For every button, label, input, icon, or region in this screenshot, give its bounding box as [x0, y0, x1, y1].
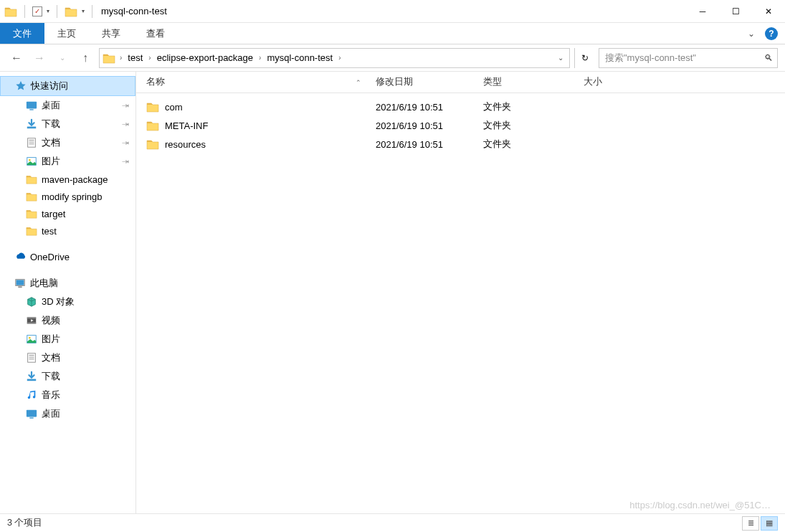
sidebar-item-label: test — [42, 226, 57, 237]
folder-icon — [103, 52, 115, 65]
sidebar-item[interactable]: 音乐 — [0, 386, 135, 404]
file-type: 文件夹 — [483, 100, 584, 113]
sidebar-item[interactable]: 图片 — [0, 330, 135, 348]
up-button[interactable]: ↑ — [76, 49, 95, 67]
ribbon-tabs: 文件 主页 共享 查看 ⌄ ? — [0, 23, 785, 44]
address-bar[interactable]: › test › eclipse-export-package › mysql-… — [99, 48, 570, 68]
file-rows: com 2021/6/19 10:51 文件夹 META-INF 2021/6/… — [136, 93, 785, 513]
sidebar-item-label: 文档 — [42, 136, 60, 149]
pin-icon: 📌︎ — [120, 137, 131, 148]
sidebar-item[interactable]: test — [0, 222, 135, 239]
sidebar-item-label: 图片 — [42, 155, 60, 168]
sidebar-quick-access[interactable]: 快速访问 — [0, 76, 135, 96]
column-header-size[interactable]: 大小 — [584, 76, 655, 88]
column-header-name[interactable]: 名称 ⌃ — [146, 76, 376, 88]
breadcrumb-item[interactable]: mysql-conn-test — [262, 52, 337, 63]
desktop-icon — [26, 100, 37, 111]
folder-icon — [26, 208, 37, 219]
recent-locations-icon[interactable]: ⌄ — [53, 49, 72, 67]
file-row[interactable]: resources 2021/6/19 10:51 文件夹 — [136, 135, 785, 153]
window-title: mysql-conn-test — [101, 6, 167, 16]
view-icons-button[interactable]: ▦ — [761, 516, 778, 531]
sidebar-item[interactable]: 3D 对象 — [0, 293, 135, 311]
address-dropdown-icon[interactable]: ⌄ — [558, 54, 563, 62]
desktop-icon — [26, 408, 37, 419]
sidebar-item-label: 3D 对象 — [42, 295, 75, 308]
file-type: 文件夹 — [483, 119, 584, 132]
pc-icon — [14, 277, 26, 289]
maximize-button[interactable]: ☐ — [719, 0, 752, 23]
file-date: 2021/6/19 10:51 — [376, 139, 483, 150]
qat-checkbox-icon[interactable]: ✓ — [32, 6, 42, 16]
navigation-bar: ← → ⌄ ↑ › test › eclipse-export-package … — [0, 44, 785, 72]
window-controls: ─ ☐ ✕ — [686, 0, 785, 23]
navigation-pane[interactable]: 快速访问 桌面 📌︎ 下载 📌︎ 文档 📌︎ 图片 📌︎ maven-packa… — [0, 72, 136, 513]
sidebar-item[interactable]: modify springb — [0, 188, 135, 205]
sidebar-item-label: target — [42, 209, 65, 219]
sidebar-item[interactable]: 桌面 📌︎ — [0, 96, 135, 115]
search-icon[interactable]: 🔍︎ — [764, 53, 773, 63]
forward-button[interactable]: → — [30, 49, 49, 67]
sidebar-item[interactable]: 文档 📌︎ — [0, 133, 135, 152]
breadcrumb-item[interactable]: test — [123, 52, 147, 63]
qat-dropdown-icon[interactable]: ▾ — [82, 8, 85, 14]
sidebar-label: OneDrive — [30, 252, 70, 262]
back-button[interactable]: ← — [7, 49, 26, 67]
file-row[interactable]: com 2021/6/19 10:51 文件夹 — [136, 98, 785, 116]
file-tab[interactable]: 文件 — [0, 23, 44, 44]
view-details-button[interactable]: ≣ — [742, 516, 759, 531]
chevron-right-icon[interactable]: › — [257, 54, 262, 62]
close-button[interactable]: ✕ — [752, 0, 785, 23]
pin-icon: 📌︎ — [120, 118, 131, 130]
music-icon — [26, 389, 37, 401]
sidebar-item[interactable]: 下载 📌︎ — [0, 115, 135, 133]
quick-access-toolbar: ✓ ▾ ▾ — [0, 5, 95, 18]
watermark: https://blog.csdn.net/wei_@51C… — [629, 500, 771, 510]
search-box[interactable]: 🔍︎ — [599, 48, 778, 68]
file-row[interactable]: META-INF 2021/6/19 10:51 文件夹 — [136, 116, 785, 135]
folder-icon — [26, 191, 37, 202]
qat-dropdown-icon[interactable]: ▾ — [47, 8, 49, 14]
pin-icon: 📌︎ — [120, 100, 131, 111]
folder-icon — [146, 138, 159, 151]
file-name: META-INF — [165, 120, 208, 131]
file-name: com — [165, 102, 183, 113]
video-icon — [26, 315, 37, 326]
file-date: 2021/6/19 10:51 — [376, 102, 483, 113]
sidebar-item[interactable]: 桌面 — [0, 404, 135, 423]
help-icon[interactable]: ? — [765, 27, 778, 40]
folder-icon — [146, 100, 159, 113]
minimize-button[interactable]: ─ — [686, 0, 719, 23]
picture-icon — [26, 156, 37, 167]
sidebar-item-label: maven-package — [42, 174, 108, 185]
sidebar-item[interactable]: target — [0, 205, 135, 222]
breadcrumb-item[interactable]: eclipse-export-package — [153, 52, 257, 63]
sidebar-item[interactable]: 图片 📌︎ — [0, 152, 135, 171]
tab-share[interactable]: 共享 — [89, 23, 133, 44]
sidebar-label: 快速访问 — [31, 80, 68, 92]
folder-icon — [4, 5, 17, 18]
sidebar-this-pc[interactable]: 此电脑 — [0, 274, 135, 293]
refresh-button[interactable]: ↻ — [574, 48, 594, 68]
folder-icon — [146, 119, 159, 132]
file-date: 2021/6/19 10:51 — [376, 120, 483, 131]
sidebar-item[interactable]: maven-package — [0, 171, 135, 188]
sidebar-onedrive[interactable]: OneDrive — [0, 248, 135, 265]
picture-icon — [26, 333, 37, 345]
column-header-date[interactable]: 修改日期 — [376, 76, 483, 88]
file-name: resources — [165, 139, 206, 150]
sidebar-item-label: 文档 — [42, 351, 60, 364]
sidebar-item[interactable]: 下载 — [0, 367, 135, 386]
column-header-type[interactable]: 类型 — [483, 76, 584, 88]
chevron-right-icon[interactable]: › — [337, 54, 342, 62]
sidebar-item[interactable]: 文档 — [0, 348, 135, 367]
chevron-right-icon[interactable]: › — [118, 54, 123, 62]
sidebar-item[interactable]: 视频 — [0, 311, 135, 330]
tab-home[interactable]: 主页 — [44, 23, 89, 44]
chevron-right-icon[interactable]: › — [147, 54, 152, 62]
expand-ribbon-icon[interactable]: ⌄ — [748, 29, 755, 39]
title-bar: ✓ ▾ ▾ mysql-conn-test ─ ☐ ✕ — [0, 0, 785, 23]
tab-view[interactable]: 查看 — [133, 23, 178, 44]
search-input[interactable] — [604, 52, 764, 64]
sidebar-item-label: 视频 — [42, 314, 60, 327]
